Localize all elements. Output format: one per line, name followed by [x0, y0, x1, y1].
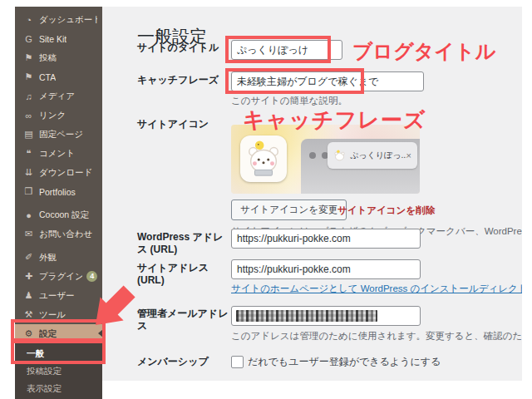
- censored-email-mosaic: [236, 310, 377, 322]
- submenu-item-general[interactable]: 一般: [15, 345, 102, 362]
- sidebar-item-plugins[interactable]: ✚プラグイン4: [15, 267, 102, 286]
- link-icon: ∞: [22, 111, 35, 121]
- submenu-item-reading[interactable]: 表示設定: [15, 380, 102, 397]
- pushpin-icon: ⚑: [22, 71, 35, 82]
- membership-checkbox-label: だれでもユーザー登録ができるようにする: [248, 355, 441, 369]
- remove-site-icon-link[interactable]: サイトアイコンを削除: [337, 204, 435, 217]
- tab-title: ぷっくりぽっ...: [350, 150, 406, 161]
- appearance-brush-icon: ✐: [22, 252, 35, 263]
- admin-email-label: 管理者メールアドレス: [137, 308, 230, 332]
- portfolio-folder-icon: ❒: [22, 186, 35, 197]
- cocoon-icon: ●: [22, 210, 35, 220]
- site-icon-preview: ぷっくりぽっ... ×: [231, 125, 420, 194]
- browser-tab-preview: ぷっくりぽっ... ×: [328, 142, 417, 169]
- sidebar-item-dashboard[interactable]: ◔ダッシュボード: [15, 10, 102, 29]
- submenu-item-writing[interactable]: 投稿設定: [15, 362, 102, 380]
- tools-icon: ⚒: [22, 309, 35, 320]
- sidebar-item-links[interactable]: ∞リンク: [15, 106, 102, 125]
- site-icon-app-preview: [240, 135, 287, 182]
- site-title-input[interactable]: [231, 40, 342, 60]
- settings-gear-icon: ⚙: [22, 328, 35, 339]
- download-icon: ⇊: [22, 167, 35, 178]
- tagline-help: このサイトの簡単な説明。: [231, 95, 522, 107]
- site-address-help-link[interactable]: サイトのホームページとして WordPress のインストールディレクトリとは異…: [231, 283, 522, 295]
- current-menu-pointer: [98, 329, 103, 337]
- sidebar-item-pages[interactable]: ▤固定ページ: [15, 125, 102, 144]
- sidebar-item-tools[interactable]: ⚒ツール: [15, 305, 102, 324]
- tagline-label: キャッチフレーズ: [137, 74, 230, 86]
- window-dot: [309, 152, 316, 159]
- sidebar-item-comments[interactable]: ❝コメント: [15, 144, 102, 163]
- sidebar-item-contact[interactable]: ✉お問い合わせ: [15, 224, 102, 244]
- sidebar-item-appearance[interactable]: ✐外観: [15, 248, 102, 267]
- browser-mockup: ぷっくりぽっ... ×: [301, 139, 420, 194]
- wordpress-address-input[interactable]: [231, 229, 421, 249]
- membership-label: メンバーシップ: [137, 356, 230, 368]
- site-address-input[interactable]: [231, 259, 421, 279]
- sidebar-item-posts[interactable]: ⚑投稿: [15, 48, 102, 67]
- plugin-icon: ✚: [22, 271, 35, 282]
- tagline-input[interactable]: [231, 71, 424, 91]
- mail-icon: ✉: [22, 229, 35, 239]
- users-icon: ♟: [22, 290, 35, 301]
- membership-checkbox[interactable]: [231, 356, 244, 368]
- plugin-update-badge: 4: [86, 271, 97, 282]
- sidebar-item-cocoon-settings[interactable]: ●Cocoon 設定: [15, 205, 102, 224]
- site-kit-icon: G: [22, 34, 35, 44]
- admin-email-help: このアドレスは管理のために使用されます。変更すると、確認のため新しいアドレス: [231, 330, 522, 342]
- sidebar-item-site-kit[interactable]: GSite Kit: [15, 29, 102, 48]
- pushpin-icon: ⚑: [22, 52, 35, 63]
- admin-sidebar: ◔ダッシュボード GSite Kit ⚑投稿 ⚑CTA ♫メディア ∞リンク ▤…: [15, 7, 102, 391]
- media-icon: ♫: [22, 91, 35, 101]
- tab-close-icon: ×: [406, 150, 411, 160]
- favicon-bear-icon: [333, 150, 346, 162]
- site-title-label: サイトのタイトル: [137, 42, 230, 54]
- settings-submenu: 一般 投稿設定 表示設定: [15, 343, 102, 399]
- sidebar-item-cta[interactable]: ⚑CTA: [15, 67, 102, 86]
- site-address-label: サイトアドレス (URL): [137, 262, 230, 287]
- site-icon-label: サイトアイコン: [137, 118, 230, 131]
- sidebar-item-downloads[interactable]: ⇊ダウンロード: [15, 163, 102, 182]
- dashboard-icon: ◔: [22, 15, 35, 25]
- pages-icon: ▤: [22, 129, 35, 140]
- sidebar-item-portfolios[interactable]: ❒Portfolios: [15, 182, 102, 201]
- comments-icon: ❝: [22, 148, 35, 159]
- bear-mascot-icon: [244, 140, 283, 178]
- sidebar-item-users[interactable]: ♟ユーザー: [15, 286, 102, 305]
- sidebar-item-settings[interactable]: ⚙設定: [15, 324, 102, 343]
- wordpress-address-label: WordPress アドレス (URL): [137, 231, 230, 256]
- change-site-icon-button[interactable]: サイトアイコンを変更: [231, 200, 347, 220]
- admin-menu: ◔ダッシュボード GSite Kit ⚑投稿 ⚑CTA ♫メディア ∞リンク ▤…: [15, 7, 102, 399]
- sidebar-item-media[interactable]: ♫メディア: [15, 86, 102, 106]
